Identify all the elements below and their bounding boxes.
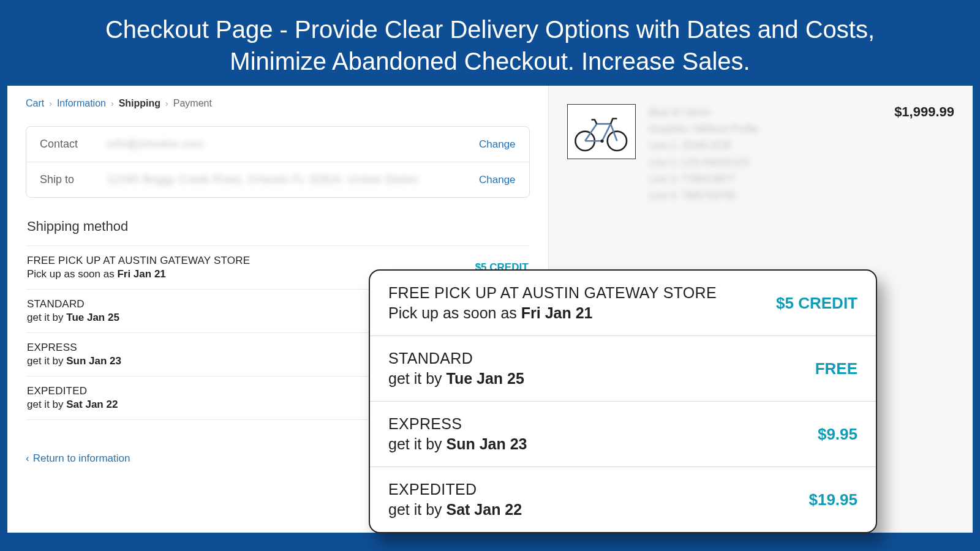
popup-option-price: $9.95 (818, 425, 858, 444)
banner-line-1: Checkout Page - Provide Clear Delivery O… (105, 16, 875, 43)
product-detail-line: Line 3: 7786578877 (649, 171, 872, 187)
crumb-payment: Payment (173, 98, 212, 109)
breadcrumb: Cart › Information › Shipping › Payment (26, 98, 530, 109)
shipping-option-name: EXPEDITED (27, 385, 118, 397)
shipto-label: Ship to (40, 173, 96, 186)
shipping-option-name: STANDARD (27, 298, 119, 310)
popup-option-price: $5 CREDIT (776, 294, 858, 313)
crumb-cart[interactable]: Cart (26, 98, 44, 109)
popup-option-sub: Pick up as soon as Fri Jan 21 (388, 304, 717, 322)
order-line-item: Blue ID 19mmGraphite / Without ProfileLi… (567, 104, 954, 204)
change-contact-link[interactable]: Change (479, 138, 516, 151)
popup-option-sub: get it by Tue Jan 25 (388, 370, 524, 388)
product-details: Blue ID 19mmGraphite / Without ProfileLi… (649, 104, 872, 204)
chevron-left-icon: ‹ (26, 452, 29, 464)
popup-option-name: EXPRESS (388, 415, 527, 433)
bike-icon (569, 107, 633, 156)
product-price: $1,999.99 (894, 104, 954, 120)
popup-option-sub: get it by Sat Jan 22 (388, 501, 522, 519)
product-detail-line: Line 4: 7895758785 (649, 187, 872, 204)
summary-card: Contact info@johndoe.com Change Ship to … (26, 126, 530, 198)
shipto-value: 12345 Boggy Creek Road, Orlando FL 32824… (107, 173, 468, 186)
return-link-label: Return to information (33, 452, 130, 464)
product-detail-line: Graphite / Without Profile (649, 121, 872, 137)
svg-point-1 (608, 132, 627, 151)
popup-option-sub: get it by Sun Jan 23 (388, 435, 527, 453)
product-detail-line: Line 2: LOS ANGELES (649, 154, 872, 171)
slide-root: Checkout Page - Provide Clear Delivery O… (0, 0, 980, 551)
popup-shipping-option[interactable]: EXPRESSget it by Sun Jan 23$9.95 (370, 402, 876, 467)
shipping-option-name: EXPRESS (27, 342, 121, 354)
summary-shipto-row: Ship to 12345 Boggy Creek Road, Orlando … (26, 162, 529, 197)
shipping-option-sub: Pick up as soon as Fri Jan 21 (27, 268, 250, 280)
shipping-option-sub: get it by Sat Jan 22 (27, 399, 118, 411)
product-detail-line: Blue ID 19mm (649, 104, 872, 121)
popup-option-price: $19.95 (809, 490, 858, 509)
popup-option-name: STANDARD (388, 350, 524, 367)
banner-line-2: Minimize Abandoned Checkout. Increase Sa… (230, 48, 750, 75)
shipping-option-sub: get it by Tue Jan 25 (27, 312, 119, 324)
slide-title: Checkout Page - Provide Clear Delivery O… (7, 7, 973, 86)
checkout-app: Cart › Information › Shipping › Payment … (7, 86, 973, 533)
change-shipto-link[interactable]: Change (479, 174, 516, 186)
shipping-options-popup: FREE PICK UP AT AUSTIN GATEWAY STOREPick… (369, 269, 877, 533)
popup-shipping-option[interactable]: STANDARDget it by Tue Jan 25FREE (370, 336, 876, 402)
shipping-method-title: Shipping method (27, 219, 530, 234)
popup-option-price: FREE (815, 359, 858, 378)
chevron-right-icon: › (111, 99, 114, 108)
contact-value: info@johndoe.com (107, 138, 468, 151)
svg-point-2 (601, 140, 604, 143)
crumb-information[interactable]: Information (57, 98, 106, 109)
popup-shipping-option[interactable]: EXPEDITEDget it by Sat Jan 22$19.95 (370, 467, 876, 532)
popup-shipping-option[interactable]: FREE PICK UP AT AUSTIN GATEWAY STOREPick… (370, 271, 876, 336)
shipping-option-sub: get it by Sun Jan 23 (27, 355, 121, 367)
popup-option-name: FREE PICK UP AT AUSTIN GATEWAY STORE (388, 284, 717, 302)
contact-label: Contact (40, 138, 96, 151)
chevron-right-icon: › (49, 99, 52, 108)
summary-contact-row: Contact info@johndoe.com Change (26, 127, 529, 162)
product-detail-line: Line 1: JOHN DOE (649, 137, 872, 154)
return-to-information-link[interactable]: ‹Return to information (26, 452, 130, 465)
chevron-right-icon: › (165, 99, 168, 108)
shipping-option-name: FREE PICK UP AT AUSTIN GATEWAY STORE (27, 255, 250, 267)
popup-option-name: EXPEDITED (388, 481, 522, 498)
product-thumbnail (567, 104, 636, 159)
crumb-shipping: Shipping (119, 98, 160, 109)
